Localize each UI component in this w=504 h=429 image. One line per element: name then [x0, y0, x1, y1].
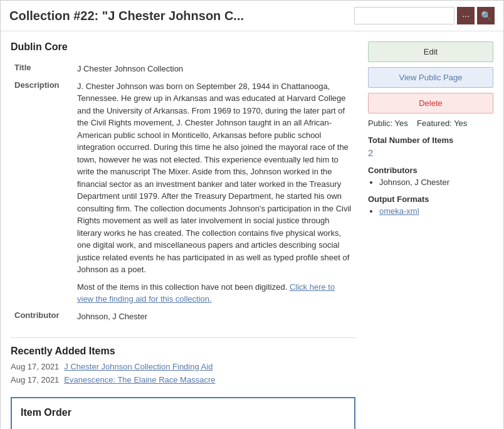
featured-value: Yes [454, 119, 467, 128]
contributors-list: Johnson, J Chester [368, 177, 493, 187]
search-input[interactable] [354, 7, 454, 24]
field-value-description: J. Chester Johnson was born on September… [73, 78, 355, 308]
search-go-button[interactable]: 🔍 [477, 7, 495, 24]
field-label-description: Description [11, 78, 73, 308]
edit-button[interactable]: Edit [368, 41, 493, 62]
list-item: omeka-xml [379, 206, 493, 216]
table-row: Contributor Johnson, J Chester [11, 308, 355, 326]
list-item: Aug 17, 2021 J Chester Johnson Collectio… [11, 362, 355, 371]
right-metadata: Total Number of Items 2 Contributors Joh… [368, 135, 493, 216]
total-items-value: 2 [368, 147, 493, 158]
arrow-icon: ← [133, 425, 147, 429]
public-featured-row: Public: Yes Featured: Yes [368, 119, 493, 128]
finding-aid-prefix: Most of the items in this collection hav… [77, 282, 290, 292]
item-link[interactable]: Evanescence: The Elaine Race Massacre [64, 375, 215, 384]
view-public-button[interactable]: View Public Page [368, 67, 493, 88]
field-label-title: Title [11, 60, 73, 78]
output-formats-label: Output Formats [368, 194, 493, 204]
contributors-label: Contributors [368, 166, 493, 175]
recently-added-title: Recently Added Items [11, 337, 355, 357]
recently-added-section: Recently Added Items Aug 17, 2021 J Ches… [11, 337, 355, 384]
list-item: Johnson, J Chester [379, 177, 493, 187]
dublin-core-title: Dublin Core [11, 41, 355, 53]
item-order-title: Item Order [21, 407, 345, 418]
public-value: Yes [394, 119, 407, 128]
output-format-link[interactable]: omeka-xml [379, 206, 419, 216]
public-label: Public: [368, 119, 392, 128]
field-value-title: J Chester Johnson Collection [73, 60, 355, 78]
field-label-contributor: Contributor [11, 308, 73, 326]
list-item: Aug 17, 2021 Evanescence: The Elaine Rac… [11, 375, 355, 384]
search-options-button[interactable]: ··· [457, 7, 475, 24]
output-formats-list: omeka-xml [368, 206, 493, 216]
item-link[interactable]: J Chester Johnson Collection Finding Aid [64, 362, 213, 371]
item-date: Aug 17, 2021 [11, 375, 59, 384]
item-order-box: Item Order Order items in this collectio… [11, 397, 355, 429]
dublin-core-section: Dublin Core Title J Chester Johnson Coll… [11, 41, 355, 325]
item-date: Aug 17, 2021 [11, 362, 59, 371]
field-value-contributor: Johnson, J Chester [73, 308, 355, 326]
featured-label: Featured: [417, 119, 452, 128]
metadata-table: Title J Chester Johnson Collection Descr… [11, 60, 355, 325]
total-items-label: Total Number of Items [368, 135, 493, 145]
page-title: Collection #22: "J Chester Johnson C... [9, 9, 244, 23]
table-row: Title J Chester Johnson Collection [11, 60, 355, 78]
table-row: Description J. Chester Johnson was born … [11, 78, 355, 308]
delete-button[interactable]: Delete [368, 93, 493, 114]
